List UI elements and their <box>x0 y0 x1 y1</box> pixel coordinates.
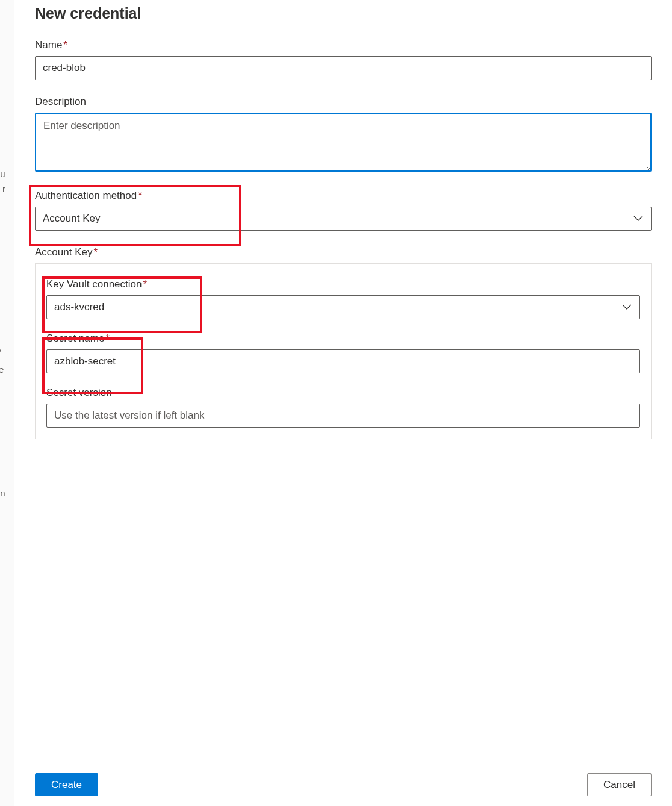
account-key-nested-box: Key Vault connection* ads-kvcred Secret … <box>35 263 652 439</box>
required-indicator: * <box>93 246 98 258</box>
background-panel-edge: ou r A e on <box>0 0 14 806</box>
name-label: Name* <box>35 39 652 51</box>
description-field-group: Description <box>35 96 652 174</box>
secret-version-field-group: Secret version <box>46 387 640 428</box>
key-vault-select-wrapper: ads-kvcred <box>46 295 640 319</box>
cancel-button[interactable]: Cancel <box>587 773 652 796</box>
new-credential-panel: New credential Name* Description Authent… <box>14 0 672 806</box>
description-label: Description <box>35 96 652 108</box>
secret-name-input[interactable] <box>46 349 640 373</box>
secret-version-input[interactable] <box>46 404 640 428</box>
name-input[interactable] <box>35 56 652 80</box>
auth-method-select-wrapper: Account Key <box>35 207 652 231</box>
key-vault-field-group: Key Vault connection* ads-kvcred <box>46 278 640 319</box>
name-field-group: Name* <box>35 39 652 80</box>
panel-footer: Create Cancel <box>14 763 672 806</box>
secret-name-field-group: Secret name* <box>46 333 640 373</box>
required-indicator: * <box>105 333 110 344</box>
auth-method-field-group: Authentication method* Account Key <box>35 190 652 231</box>
required-indicator: * <box>143 278 147 290</box>
auth-method-select[interactable]: Account Key <box>35 207 652 231</box>
key-vault-label: Key Vault connection* <box>46 278 640 290</box>
auth-method-label: Authentication method* <box>35 190 652 202</box>
secret-version-label: Secret version <box>46 387 640 399</box>
account-key-section: Account Key* Key Vault connection* ads-k… <box>35 246 652 439</box>
key-vault-select[interactable]: ads-kvcred <box>46 295 640 319</box>
required-indicator: * <box>63 39 67 51</box>
required-indicator: * <box>138 190 142 201</box>
secret-name-label: Secret name* <box>46 333 640 345</box>
panel-title: New credential <box>35 0 652 39</box>
description-textarea[interactable] <box>35 113 652 172</box>
account-key-section-label: Account Key* <box>35 246 652 258</box>
create-button[interactable]: Create <box>35 773 98 796</box>
